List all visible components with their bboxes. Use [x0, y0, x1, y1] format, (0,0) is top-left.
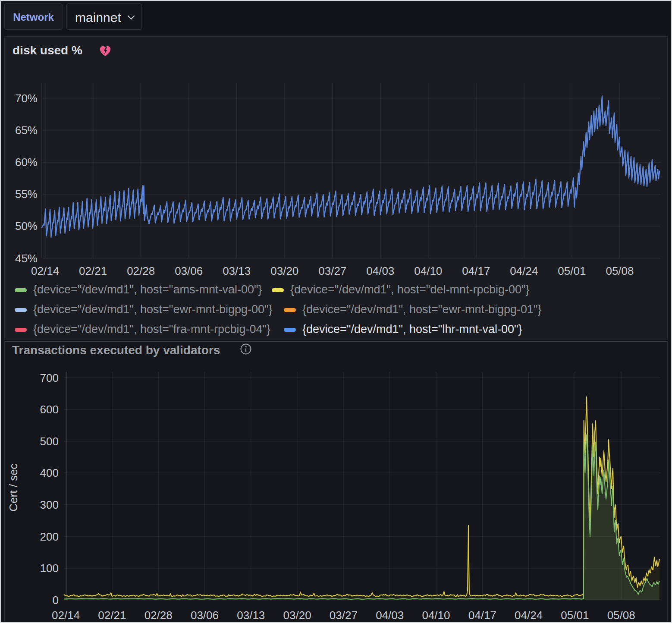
- svg-text:03/27: 03/27: [318, 264, 346, 277]
- svg-text:200: 200: [40, 530, 59, 543]
- svg-text:02/21: 02/21: [98, 609, 126, 622]
- svg-text:300: 300: [40, 498, 59, 511]
- svg-text:Cert / sec: Cert / sec: [7, 463, 20, 511]
- svg-text:45%: 45%: [15, 252, 38, 265]
- svg-text:04/03: 04/03: [376, 609, 404, 622]
- svg-text:0: 0: [53, 594, 59, 607]
- svg-text:05/01: 05/01: [558, 264, 586, 277]
- svg-text:400: 400: [40, 466, 59, 479]
- svg-text:600: 600: [40, 403, 59, 416]
- svg-text:05/08: 05/08: [606, 264, 634, 277]
- svg-text:55%: 55%: [15, 188, 38, 201]
- svg-text:03/20: 03/20: [270, 264, 298, 277]
- svg-text:03/27: 03/27: [330, 609, 358, 622]
- svg-text:60%: 60%: [15, 156, 38, 169]
- svg-text:04/03: 04/03: [366, 264, 394, 277]
- svg-text:04/10: 04/10: [422, 609, 450, 622]
- svg-text:03/06: 03/06: [175, 264, 203, 277]
- svg-text:02/28: 02/28: [144, 609, 173, 622]
- svg-text:100: 100: [40, 562, 59, 575]
- svg-text:70%: 70%: [15, 92, 38, 105]
- svg-text:03/06: 03/06: [191, 609, 219, 622]
- svg-text:04/17: 04/17: [462, 264, 490, 277]
- svg-text:500: 500: [40, 435, 59, 448]
- svg-text:05/08: 05/08: [607, 609, 635, 622]
- svg-text:65%: 65%: [15, 124, 38, 137]
- svg-text:05/01: 05/01: [561, 609, 589, 622]
- svg-text:04/24: 04/24: [515, 609, 543, 622]
- svg-text:04/17: 04/17: [468, 609, 496, 622]
- svg-text:700: 700: [40, 371, 59, 384]
- svg-text:02/14: 02/14: [52, 609, 80, 622]
- svg-text:03/20: 03/20: [283, 609, 311, 622]
- svg-text:04/24: 04/24: [510, 264, 538, 277]
- svg-text:02/21: 02/21: [79, 264, 107, 277]
- svg-text:50%: 50%: [15, 220, 38, 233]
- svg-text:04/10: 04/10: [414, 264, 442, 277]
- svg-text:02/28: 02/28: [127, 264, 155, 277]
- svg-text:03/13: 03/13: [223, 264, 251, 277]
- svg-text:02/14: 02/14: [31, 264, 59, 277]
- svg-text:03/13: 03/13: [237, 609, 265, 622]
